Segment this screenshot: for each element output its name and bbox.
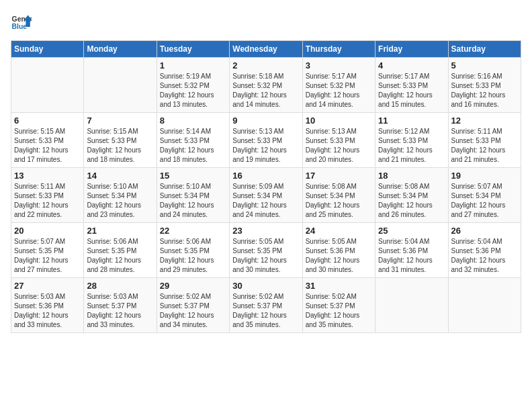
calendar-cell: 14Sunrise: 5:10 AM Sunset: 5:34 PM Dayli… [84, 168, 157, 223]
day-info: Sunrise: 5:11 AM Sunset: 5:33 PM Dayligh… [14, 182, 81, 220]
calendar-cell: 10Sunrise: 5:13 AM Sunset: 5:33 PM Dayli… [302, 113, 375, 168]
day-number: 10 [306, 116, 372, 126]
calendar-cell: 21Sunrise: 5:06 AM Sunset: 5:35 PM Dayli… [84, 223, 157, 278]
day-number: 2 [232, 60, 299, 71]
calendar-cell: 8Sunrise: 5:14 AM Sunset: 5:33 PM Daylig… [157, 113, 229, 168]
day-number: 11 [378, 116, 445, 126]
dow-header-monday: Monday [84, 41, 157, 58]
calendar-cell: 7Sunrise: 5:15 AM Sunset: 5:33 PM Daylig… [84, 113, 157, 168]
day-info: Sunrise: 5:04 AM Sunset: 5:36 PM Dayligh… [451, 237, 518, 275]
calendar-cell: 13Sunrise: 5:11 AM Sunset: 5:33 PM Dayli… [11, 168, 84, 223]
svg-text:Blue: Blue [12, 23, 28, 30]
calendar-cell: 20Sunrise: 5:07 AM Sunset: 5:35 PM Dayli… [11, 223, 84, 278]
day-number: 8 [160, 116, 226, 126]
day-info: Sunrise: 5:08 AM Sunset: 5:34 PM Dayligh… [306, 182, 372, 220]
day-info: Sunrise: 5:11 AM Sunset: 5:33 PM Dayligh… [451, 127, 518, 165]
day-number: 9 [232, 116, 299, 126]
day-number: 22 [160, 226, 226, 236]
calendar-cell: 4Sunrise: 5:17 AM Sunset: 5:33 PM Daylig… [375, 58, 448, 113]
calendar-cell: 28Sunrise: 5:03 AM Sunset: 5:37 PM Dayli… [84, 278, 157, 333]
calendar-cell: 9Sunrise: 5:13 AM Sunset: 5:33 PM Daylig… [230, 113, 302, 168]
dow-header-wednesday: Wednesday [230, 41, 302, 58]
day-number: 27 [14, 281, 81, 291]
calendar-cell: 30Sunrise: 5:02 AM Sunset: 5:37 PM Dayli… [230, 278, 302, 333]
calendar-cell: 3Sunrise: 5:17 AM Sunset: 5:32 PM Daylig… [302, 58, 375, 113]
day-info: Sunrise: 5:17 AM Sunset: 5:32 PM Dayligh… [306, 72, 372, 109]
calendar-cell: 15Sunrise: 5:10 AM Sunset: 5:34 PM Dayli… [157, 168, 229, 223]
day-info: Sunrise: 5:12 AM Sunset: 5:33 PM Dayligh… [378, 127, 445, 165]
day-number: 6 [14, 116, 81, 126]
day-info: Sunrise: 5:08 AM Sunset: 5:34 PM Dayligh… [378, 182, 445, 220]
day-info: Sunrise: 5:07 AM Sunset: 5:34 PM Dayligh… [451, 182, 518, 220]
calendar-table: SundayMondayTuesdayWednesdayThursdayFrid… [11, 40, 521, 333]
calendar-cell [375, 278, 448, 333]
day-number: 17 [306, 171, 372, 181]
day-info: Sunrise: 5:09 AM Sunset: 5:34 PM Dayligh… [232, 182, 299, 220]
calendar-cell: 2Sunrise: 5:18 AM Sunset: 5:32 PM Daylig… [230, 58, 302, 113]
day-info: Sunrise: 5:19 AM Sunset: 5:32 PM Dayligh… [160, 72, 226, 109]
day-number: 13 [14, 171, 81, 181]
dow-header-thursday: Thursday [302, 41, 375, 58]
day-info: Sunrise: 5:05 AM Sunset: 5:36 PM Dayligh… [306, 237, 372, 275]
day-number: 12 [451, 116, 518, 126]
day-number: 3 [306, 60, 372, 71]
day-info: Sunrise: 5:18 AM Sunset: 5:32 PM Dayligh… [232, 72, 299, 109]
calendar-cell: 23Sunrise: 5:05 AM Sunset: 5:35 PM Dayli… [230, 223, 302, 278]
day-number: 20 [14, 226, 81, 236]
calendar-cell: 25Sunrise: 5:04 AM Sunset: 5:36 PM Dayli… [375, 223, 448, 278]
calendar-cell: 19Sunrise: 5:07 AM Sunset: 5:34 PM Dayli… [448, 168, 521, 223]
calendar-cell: 27Sunrise: 5:03 AM Sunset: 5:36 PM Dayli… [11, 278, 84, 333]
day-info: Sunrise: 5:06 AM Sunset: 5:35 PM Dayligh… [87, 237, 153, 275]
calendar-cell: 5Sunrise: 5:16 AM Sunset: 5:33 PM Daylig… [448, 58, 521, 113]
calendar-cell [11, 58, 84, 113]
dow-header-saturday: Saturday [448, 41, 521, 58]
calendar-cell: 18Sunrise: 5:08 AM Sunset: 5:34 PM Dayli… [375, 168, 448, 223]
calendar-cell: 16Sunrise: 5:09 AM Sunset: 5:34 PM Dayli… [230, 168, 302, 223]
day-info: Sunrise: 5:07 AM Sunset: 5:35 PM Dayligh… [14, 237, 81, 275]
day-info: Sunrise: 5:14 AM Sunset: 5:33 PM Dayligh… [160, 127, 226, 165]
calendar-cell: 26Sunrise: 5:04 AM Sunset: 5:36 PM Dayli… [448, 223, 521, 278]
calendar-cell: 17Sunrise: 5:08 AM Sunset: 5:34 PM Dayli… [302, 168, 375, 223]
day-info: Sunrise: 5:16 AM Sunset: 5:33 PM Dayligh… [451, 72, 518, 109]
day-number: 15 [160, 171, 226, 181]
day-info: Sunrise: 5:15 AM Sunset: 5:33 PM Dayligh… [14, 127, 81, 165]
day-number: 26 [451, 226, 518, 236]
calendar-cell: 12Sunrise: 5:11 AM Sunset: 5:33 PM Dayli… [448, 113, 521, 168]
day-number: 7 [87, 116, 153, 126]
day-number: 21 [87, 226, 153, 236]
day-info: Sunrise: 5:03 AM Sunset: 5:37 PM Dayligh… [87, 292, 153, 330]
calendar-cell: 22Sunrise: 5:06 AM Sunset: 5:35 PM Dayli… [157, 223, 229, 278]
day-number: 30 [232, 281, 299, 291]
day-info: Sunrise: 5:02 AM Sunset: 5:37 PM Dayligh… [160, 292, 226, 330]
day-number: 1 [160, 60, 226, 71]
day-number: 25 [378, 226, 445, 236]
calendar-cell [448, 278, 521, 333]
day-number: 18 [378, 171, 445, 181]
day-info: Sunrise: 5:04 AM Sunset: 5:36 PM Dayligh… [378, 237, 445, 275]
day-info: Sunrise: 5:02 AM Sunset: 5:37 PM Dayligh… [232, 292, 299, 330]
calendar-cell: 6Sunrise: 5:15 AM Sunset: 5:33 PM Daylig… [11, 113, 84, 168]
day-number: 14 [87, 171, 153, 181]
day-info: Sunrise: 5:17 AM Sunset: 5:33 PM Dayligh… [378, 72, 445, 109]
dow-header-sunday: Sunday [11, 41, 84, 58]
day-number: 5 [451, 60, 518, 71]
calendar-cell [84, 58, 157, 113]
calendar-cell: 29Sunrise: 5:02 AM Sunset: 5:37 PM Dayli… [157, 278, 229, 333]
calendar-cell: 31Sunrise: 5:02 AM Sunset: 5:37 PM Dayli… [302, 278, 375, 333]
logo-icon: General Blue [11, 11, 32, 32]
calendar-cell: 1Sunrise: 5:19 AM Sunset: 5:32 PM Daylig… [157, 58, 229, 113]
day-number: 24 [306, 226, 372, 236]
day-info: Sunrise: 5:13 AM Sunset: 5:33 PM Dayligh… [232, 127, 299, 165]
day-info: Sunrise: 5:10 AM Sunset: 5:34 PM Dayligh… [160, 182, 226, 220]
calendar-cell: 24Sunrise: 5:05 AM Sunset: 5:36 PM Dayli… [302, 223, 375, 278]
day-info: Sunrise: 5:15 AM Sunset: 5:33 PM Dayligh… [87, 127, 153, 165]
day-info: Sunrise: 5:05 AM Sunset: 5:35 PM Dayligh… [232, 237, 299, 275]
day-info: Sunrise: 5:10 AM Sunset: 5:34 PM Dayligh… [87, 182, 153, 220]
dow-header-friday: Friday [375, 41, 448, 58]
day-info: Sunrise: 5:02 AM Sunset: 5:37 PM Dayligh… [306, 292, 372, 330]
dow-header-tuesday: Tuesday [157, 41, 229, 58]
page-header: General Blue [11, 11, 521, 32]
day-number: 16 [232, 171, 299, 181]
day-info: Sunrise: 5:06 AM Sunset: 5:35 PM Dayligh… [160, 237, 226, 275]
day-number: 29 [160, 281, 226, 291]
